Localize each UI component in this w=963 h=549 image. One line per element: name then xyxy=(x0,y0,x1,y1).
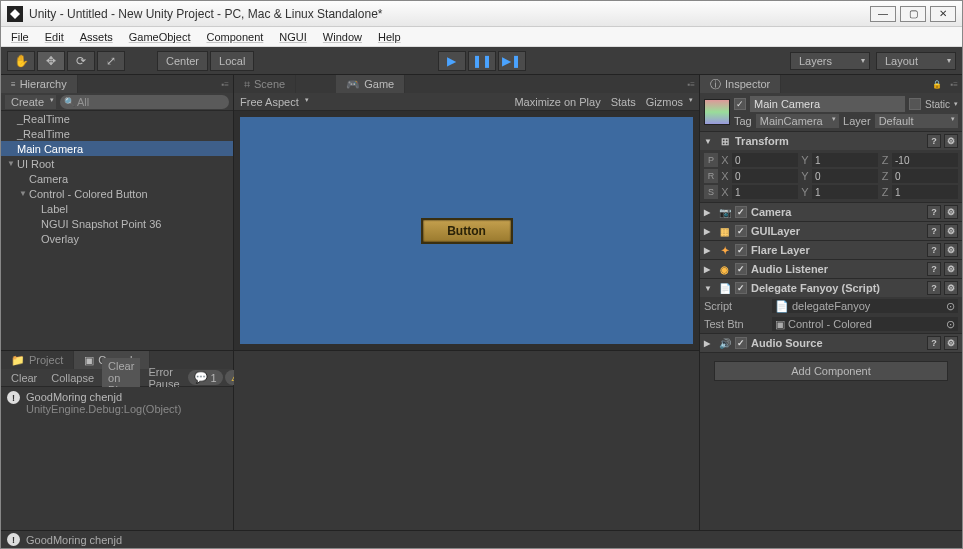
console-info-count[interactable]: 💬1 xyxy=(188,370,223,385)
camera-enabled-checkbox[interactable]: ✓ xyxy=(735,206,747,218)
transform-icon: ⊞ xyxy=(718,135,731,148)
script-field[interactable]: 📄delegateFanyoy⊙ xyxy=(772,299,958,313)
script-header[interactable]: ▼📄✓Delegate Fanyoy (Script)?⚙ xyxy=(700,279,962,297)
menu-help[interactable]: Help xyxy=(378,31,401,43)
rot-y-input[interactable]: 0 xyxy=(812,169,878,183)
console-clear-button[interactable]: Clear xyxy=(5,370,43,386)
help-icon[interactable]: ? xyxy=(927,205,941,219)
audiolistener-enabled-checkbox[interactable]: ✓ xyxy=(735,263,747,275)
panel-menu-icon[interactable]: ▪≡ xyxy=(217,80,233,89)
menu-window[interactable]: Window xyxy=(323,31,362,43)
flarelayer-enabled-checkbox[interactable]: ✓ xyxy=(735,244,747,256)
pos-y-input[interactable]: 1 xyxy=(812,153,878,167)
close-button[interactable]: ✕ xyxy=(930,6,956,22)
add-component-button[interactable]: Add Component xyxy=(714,361,948,381)
gear-icon[interactable]: ⚙ xyxy=(944,281,958,295)
hierarchy-item[interactable]: _RealTime xyxy=(1,126,233,141)
help-icon[interactable]: ? xyxy=(927,224,941,238)
hierarchy-create-dropdown[interactable]: Create xyxy=(5,95,56,109)
hand-tool-button[interactable]: ✋ xyxy=(7,51,35,71)
menu-edit[interactable]: Edit xyxy=(45,31,64,43)
menu-assets[interactable]: Assets xyxy=(80,31,113,43)
hierarchy-search-input[interactable]: 🔍All xyxy=(60,95,229,109)
gizmos-dropdown[interactable]: Gizmos xyxy=(646,96,693,108)
audiosource-header[interactable]: ▶🔊✓Audio Source?⚙ xyxy=(700,334,962,352)
gear-icon[interactable]: ⚙ xyxy=(944,224,958,238)
rot-z-input[interactable]: 0 xyxy=(892,169,958,183)
help-icon[interactable]: ? xyxy=(927,262,941,276)
hierarchy-item[interactable]: ▼Control - Colored Button xyxy=(1,186,233,201)
menu-file[interactable]: File xyxy=(11,31,29,43)
help-icon[interactable]: ? xyxy=(927,336,941,350)
maximize-on-play-toggle[interactable]: Maximize on Play xyxy=(514,96,600,108)
hierarchy-item[interactable]: ▼UI Root xyxy=(1,156,233,171)
status-bar: ! GoodMoring chenjd xyxy=(1,530,962,548)
maximize-button[interactable]: ▢ xyxy=(900,6,926,22)
hierarchy-item[interactable]: Main Camera xyxy=(1,141,233,156)
camera-icon: 📷 xyxy=(718,206,731,219)
hierarchy-item[interactable]: Overlay xyxy=(1,231,233,246)
rot-x-input[interactable]: 0 xyxy=(732,169,798,183)
lock-icon[interactable]: 🔒 xyxy=(928,80,946,89)
console-log[interactable]: !GoodMoring chenjdUnityEngine.Debug:Log(… xyxy=(1,387,233,530)
project-tab[interactable]: 📁Project xyxy=(1,351,74,369)
tag-label: Tag xyxy=(734,115,752,127)
gear-icon[interactable]: ⚙ xyxy=(944,336,958,350)
pivot-local-button[interactable]: Local xyxy=(210,51,254,71)
layers-dropdown[interactable]: Layers xyxy=(790,52,870,70)
hierarchy-tab[interactable]: ≡Hierarchy xyxy=(1,75,78,93)
static-checkbox[interactable] xyxy=(909,98,921,110)
pos-z-input[interactable]: -10 xyxy=(892,153,958,167)
gear-icon[interactable]: ⚙ xyxy=(944,262,958,276)
scene-tab[interactable]: ⌗Scene xyxy=(234,75,296,93)
menu-gameobject[interactable]: GameObject xyxy=(129,31,191,43)
menu-component[interactable]: Component xyxy=(206,31,263,43)
gameobject-name-input[interactable]: Main Camera xyxy=(750,96,905,112)
guilayer-header[interactable]: ▶▦✓GUILayer?⚙ xyxy=(700,222,962,240)
help-icon[interactable]: ? xyxy=(927,243,941,257)
stats-toggle[interactable]: Stats xyxy=(611,96,636,108)
scl-z-input[interactable]: 1 xyxy=(892,185,958,199)
gear-icon[interactable]: ⚙ xyxy=(944,205,958,219)
gear-icon[interactable]: ⚙ xyxy=(944,134,958,148)
layer-dropdown[interactable]: Default xyxy=(875,114,958,128)
flarelayer-header[interactable]: ▶✦✓Flare Layer?⚙ xyxy=(700,241,962,259)
move-tool-button[interactable]: ✥ xyxy=(37,51,65,71)
script-enabled-checkbox[interactable]: ✓ xyxy=(735,282,747,294)
camera-header[interactable]: ▶📷✓Camera?⚙ xyxy=(700,203,962,221)
gear-icon[interactable]: ⚙ xyxy=(944,243,958,257)
pause-button[interactable]: ❚❚ xyxy=(468,51,496,71)
scl-y-input[interactable]: 1 xyxy=(812,185,878,199)
testbtn-field[interactable]: ▣Control - Colored⊙ xyxy=(772,317,958,331)
panel-menu-icon[interactable]: ▪≡ xyxy=(946,80,962,89)
hierarchy-item[interactable]: Camera xyxy=(1,171,233,186)
hierarchy-item[interactable]: _RealTime xyxy=(1,111,233,126)
pivot-center-button[interactable]: Center xyxy=(157,51,208,71)
scale-tool-button[interactable]: ⤢ xyxy=(97,51,125,71)
scl-x-input[interactable]: 1 xyxy=(732,185,798,199)
audiolistener-header[interactable]: ▶◉✓Audio Listener?⚙ xyxy=(700,260,962,278)
menu-ngui[interactable]: NGUI xyxy=(279,31,307,43)
game-button[interactable]: Button xyxy=(421,218,513,244)
audiosource-enabled-checkbox[interactable]: ✓ xyxy=(735,337,747,349)
aspect-dropdown[interactable]: Free Aspect xyxy=(240,96,309,108)
hierarchy-item[interactable]: NGUI Snapshot Point 36 xyxy=(1,216,233,231)
hierarchy-item[interactable]: Label xyxy=(1,201,233,216)
step-button[interactable]: ▶❚ xyxy=(498,51,526,71)
transform-header[interactable]: ▼⊞Transform?⚙ xyxy=(700,132,962,150)
pos-x-input[interactable]: 0 xyxy=(732,153,798,167)
guilayer-enabled-checkbox[interactable]: ✓ xyxy=(735,225,747,237)
gameobject-active-checkbox[interactable]: ✓ xyxy=(734,98,746,110)
help-icon[interactable]: ? xyxy=(927,281,941,295)
script-icon: 📄 xyxy=(718,282,731,295)
minimize-button[interactable]: — xyxy=(870,6,896,22)
play-button[interactable]: ▶ xyxy=(438,51,466,71)
layout-dropdown[interactable]: Layout xyxy=(876,52,956,70)
panel-menu-icon[interactable]: ▪≡ xyxy=(683,80,699,89)
rotate-tool-button[interactable]: ⟳ xyxy=(67,51,95,71)
tag-dropdown[interactable]: MainCamera xyxy=(756,114,839,128)
console-collapse-button[interactable]: Collapse xyxy=(45,370,100,386)
game-tab[interactable]: 🎮Game xyxy=(336,75,405,93)
inspector-tab[interactable]: ⓘInspector xyxy=(700,75,781,93)
help-icon[interactable]: ? xyxy=(927,134,941,148)
